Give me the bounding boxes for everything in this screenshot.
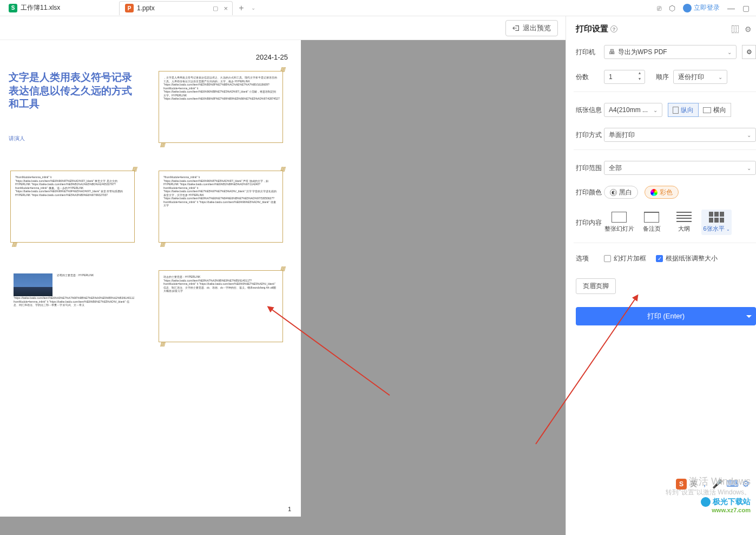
printer-settings-button[interactable]: ⚙	[742, 45, 756, 59]
row-content: 打印内容 整张幻灯片 备注页 大纲 6张水平 ⌄	[576, 210, 756, 235]
maximize-icon[interactable]: ▢	[742, 4, 750, 12]
slide-thumbnail-2: ///// ，文字是人类用表义符号记录表达信息以传之、久远的方式和工具。现代文字…	[154, 66, 288, 152]
color-opt-label: 彩色	[660, 188, 673, 197]
gear-icon[interactable]: ⚙	[745, 25, 752, 34]
bw-label: 黑白	[619, 188, 632, 197]
print-page: 2024-1-25 文字是人类用表义符号记录表达信息以传之久远的方式和工具 讲演…	[0, 40, 301, 517]
cube-icon[interactable]: ⬡	[669, 4, 675, 12]
tab-bar: S 工作簿11.xlsx P 1.pptx ▢ × + ⌄ ⎚ ⬡ 立即登录 —…	[0, 0, 756, 16]
slide-presenter: 讲演人	[9, 135, 136, 142]
color-icon	[650, 189, 658, 196]
portrait-icon	[673, 107, 679, 114]
color-option[interactable]: 彩色	[645, 186, 679, 199]
slide-title: 文字是人类用表义符号记录表达信息以传之久远的方式和工具	[9, 71, 136, 111]
slide-thumbnail-3: ///// ?fromModule=lemma_inlink" \t "http…	[5, 165, 140, 252]
exit-preview-button[interactable]: 退出预览	[505, 20, 558, 36]
row-printer: 打印机 🖶 导出为WPS PDF ⌄ ⚙	[576, 45, 756, 59]
slide-thumbnail-6: ///// 语去的士要意思：HYPERLINK "https://baike.b…	[154, 265, 288, 351]
spinner[interactable]: ▲▼	[636, 71, 643, 83]
content-notes[interactable]: 备注页	[636, 210, 667, 235]
minimize-icon[interactable]: —	[727, 4, 735, 12]
paper-value: A4(210mm ...	[609, 106, 648, 114]
content-full-slide[interactable]: 整张幻灯片	[604, 210, 634, 235]
phone-icon[interactable]: ⎚	[657, 4, 661, 12]
window-icon[interactable]: ▢	[213, 5, 218, 12]
help-icon[interactable]: ?	[610, 25, 617, 32]
row-color: 打印颜色 ◐ 黑白 彩色	[576, 186, 756, 199]
bw-option[interactable]: ◐ 黑白	[604, 186, 638, 199]
preview-area: 退出预览 2024-1-25 文字是人类用表义符号记录表达信息以传之久远的方式和…	[0, 16, 566, 535]
color-label: 打印颜色	[576, 188, 604, 197]
site-url: www.xz7.com	[666, 507, 751, 513]
scale-checkbox[interactable]: ✓ 根据纸张调整大小	[656, 254, 718, 263]
tab-presentation[interactable]: P 1.pptx ▢ ×	[119, 1, 233, 15]
order-label: 顺序	[656, 73, 669, 82]
close-icon[interactable]: ×	[223, 4, 228, 12]
printer-select[interactable]: 🖶 导出为WPS PDF ⌄	[604, 45, 737, 59]
range-select[interactable]: 全部 ⌄	[604, 161, 756, 175]
range-label: 打印范围	[576, 164, 604, 173]
copies-input[interactable]: 1 ▲▼	[604, 70, 645, 84]
content-opt-label: 6张水平	[703, 225, 724, 232]
scale-label: 根据纸张调整大小	[666, 254, 718, 263]
content-6horizontal[interactable]: 6张水平 ⌄	[701, 210, 732, 235]
row-options: 选项 幻灯片加框 ✓ 根据纸张调整大小	[576, 254, 756, 263]
range-value: 全部	[609, 164, 622, 173]
preview-scroll[interactable]: 2024-1-25 文字是人类用表义符号记录表达信息以传之久远的方式和工具 讲演…	[0, 40, 566, 535]
exit-icon	[512, 24, 520, 32]
print-button[interactable]: 打印 (Enter)	[576, 307, 756, 325]
tab-label: 1.pptx	[137, 4, 155, 12]
bw-icon: ◐	[610, 189, 617, 196]
site-logo: 极光下载站	[666, 497, 751, 507]
slide-thumbnail-4: ///// ?fromModule=lemma_inlink" \t "http…	[154, 165, 288, 252]
frame-checkbox[interactable]: 幻灯片加框	[604, 254, 646, 263]
options-label: 选项	[576, 254, 604, 263]
portrait-button[interactable]: 纵向	[668, 103, 699, 117]
add-tab-button[interactable]: +	[235, 2, 248, 15]
printer-value: 导出为WPS PDF	[618, 48, 667, 57]
paper-select[interactable]: A4(210mm ... ⌄	[604, 103, 662, 117]
watermark: 激活 Windows 转到"设置"以激活 Windows。 极光下载站 www.…	[666, 475, 751, 513]
printer-icon: 🖶	[609, 48, 615, 56]
tab-label: 工作簿11.xlsx	[21, 3, 60, 12]
chevron-down-icon: ⌄	[653, 107, 658, 113]
slide-body: 语去的士要意思：HYPERLINK "https://baike.baidu.c…	[159, 270, 283, 342]
landscape-button[interactable]: 横向	[699, 103, 731, 117]
chevron-down-icon: ⌄	[747, 132, 751, 138]
landscape-label: 横向	[713, 106, 726, 115]
tab-workbook[interactable]: S 工作簿11.xlsx	[3, 1, 117, 15]
login-button[interactable]: 立即登录	[683, 3, 720, 12]
content-opt-label: 备注页	[643, 225, 661, 232]
chevron-down-icon: ⌄	[747, 165, 751, 171]
full-slide-icon	[612, 212, 627, 223]
copies-value: 1	[609, 73, 613, 81]
order-select[interactable]: 逐份打印 ⌄	[673, 70, 727, 84]
content-opt-label: 整张幻灯片	[604, 225, 634, 232]
chevron-down-icon[interactable]: ⌄	[251, 5, 255, 11]
grid6-icon	[709, 212, 724, 223]
columns-icon[interactable]: ⿲	[732, 25, 739, 34]
outline-icon	[676, 212, 692, 223]
row-header-footer: 页眉页脚	[576, 278, 756, 294]
copies-label: 份数	[576, 73, 604, 82]
frame-label: 幻灯片加框	[614, 254, 646, 263]
content-opt-label: 大纲	[678, 225, 690, 232]
preview-toolbar: 退出预览	[0, 16, 566, 40]
content-label: 打印内容	[576, 210, 604, 227]
print-button-label: 打印 (Enter)	[647, 311, 685, 321]
content-outline[interactable]: 大纲	[669, 210, 699, 235]
chevron-down-icon: ⌄	[726, 227, 730, 232]
paper-label: 纸张信息	[576, 106, 604, 115]
header-footer-button[interactable]: 页眉页脚	[576, 278, 616, 294]
exit-preview-label: 退出预览	[523, 23, 551, 33]
chevron-down-icon: ⌄	[727, 49, 732, 55]
login-label: 立即登录	[694, 3, 720, 12]
notes-icon	[644, 212, 659, 223]
spreadsheet-icon: S	[9, 4, 17, 12]
duplex-select[interactable]: 单面打印 ⌄	[604, 128, 756, 142]
slide-body: ?fromModule=lemma_inlink" \t "https://ba…	[10, 171, 135, 243]
slide-image	[14, 273, 52, 296]
slide-thumbnail-5: 还有的士要意思：HYPERLINK "https://baike.baidu.c…	[5, 265, 140, 351]
activate-sub: 转到"设置"以激活 Windows。	[666, 488, 751, 497]
print-settings-panel: 打印设置 ? ⿲ ⚙ 打印机 🖶 导出为WPS PDF ⌄ ⚙ 份数 1 ▲▼	[566, 16, 756, 535]
